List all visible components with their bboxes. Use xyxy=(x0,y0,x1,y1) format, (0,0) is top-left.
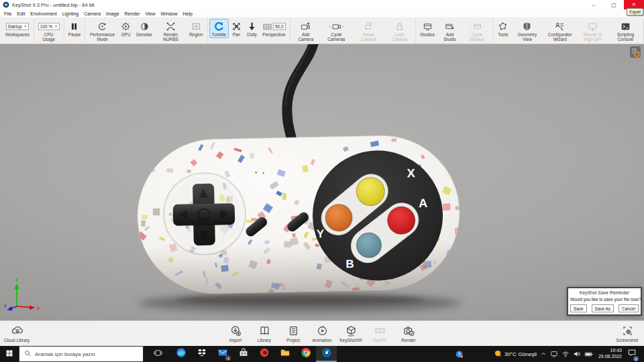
dolly-icon xyxy=(247,21,257,32)
realtime-viewport[interactable]: X A Y B xyxy=(0,44,644,320)
dock-label: Project xyxy=(286,338,300,343)
dock-render[interactable]: Render xyxy=(394,325,423,343)
taskbar-app-edge[interactable] xyxy=(170,346,191,362)
toolbar-dolly[interactable]: Dolly xyxy=(244,19,260,38)
letter-y: Y xyxy=(317,227,325,240)
taskbar-app-office[interactable] xyxy=(254,346,274,362)
toolbar-configurator-wizard[interactable]: Configurator Wizard xyxy=(543,19,576,44)
toolbar-geometry-view[interactable]: Geometry View xyxy=(511,19,543,44)
help-tray-icon[interactable]: ? xyxy=(455,350,464,359)
dock-label: Library xyxy=(258,338,271,343)
cancel-button[interactable]: Cancel xyxy=(619,304,639,312)
maximize-button[interactable]: ▢ xyxy=(604,0,624,9)
notification-badge: 6 xyxy=(633,356,639,361)
dock-keyshotxr[interactable]: KeyShotXR xyxy=(337,325,365,343)
game-controller: X A Y B xyxy=(135,134,463,299)
menu-view[interactable]: View xyxy=(143,11,158,17)
toolbar-region[interactable]: Region xyxy=(186,19,206,38)
toolbar-perspective[interactable]: 50,0Perspective xyxy=(260,19,288,38)
tablet-tray-icon[interactable] xyxy=(550,350,558,358)
studios-icon xyxy=(423,21,433,32)
menu-environment[interactable]: Environment xyxy=(28,11,59,17)
notification-center-button[interactable]: 6 xyxy=(627,348,637,360)
dock-screenshot[interactable]: Screenshot xyxy=(613,325,641,343)
toolbar-add-studio[interactable]: Add Studio xyxy=(437,19,462,44)
chevron-up-icon[interactable] xyxy=(540,351,547,357)
menu-image[interactable]: Image xyxy=(103,11,121,17)
app-badge: 4 xyxy=(225,355,231,361)
toolbar-cycle-cameras[interactable]: ‹›Cycle Cameras xyxy=(320,19,353,44)
battery-icon[interactable] xyxy=(584,350,593,359)
maximize-icon: ▢ xyxy=(611,2,616,8)
dock-label: Screenshot xyxy=(616,338,639,343)
taskbar-app-chrome[interactable] xyxy=(295,346,316,362)
system-tray: ? 30°C Güneşli 19:43 29.08.2022 6 xyxy=(455,348,644,360)
explorer-icon xyxy=(280,347,290,361)
toolbar-label: Tools xyxy=(498,32,508,37)
toolbar-render-nurbs[interactable]: Render NURBS xyxy=(155,19,186,44)
windows-taskbar: Aramak için buraya yazın 4 ? 30°C Güneşl… xyxy=(0,346,644,362)
menu-render[interactable]: Render xyxy=(122,11,143,17)
toolbar-label: Render in High DPI xyxy=(579,32,606,42)
toolbar-tools[interactable]: Tools xyxy=(495,19,511,38)
dock-project[interactable]: Project xyxy=(279,325,307,343)
project-icon xyxy=(288,325,299,337)
taskbar-app-explorer[interactable] xyxy=(274,346,295,362)
toolbar-workspaces[interactable]: Startup▼Workspaces xyxy=(3,19,32,38)
weather-condition: Güneşli xyxy=(519,351,537,357)
toolbar-gpu[interactable]: GPU xyxy=(118,19,133,38)
dock-label: Animation xyxy=(313,338,332,343)
menu-file[interactable]: File xyxy=(1,11,14,17)
toolbar-pause[interactable]: Pause xyxy=(66,19,83,38)
import-icon xyxy=(230,325,241,337)
taskbar-app-store[interactable] xyxy=(233,346,254,362)
toolbar-add-camera[interactable]: Add Camera xyxy=(292,19,320,44)
taskbar-app-keyshot[interactable] xyxy=(316,346,337,362)
toolbar-lock-camera: Lock Camera xyxy=(384,19,414,44)
toolbar-scripting-console[interactable]: Scripting Console xyxy=(609,19,642,44)
toolbar-pan[interactable]: Pan xyxy=(229,19,244,38)
menu-help[interactable]: Help xyxy=(180,11,195,17)
toolbar-cpu-usage[interactable]: 100 %▼CPU Usage xyxy=(36,19,62,44)
taskbar-clock[interactable]: 19:43 29.08.2022 xyxy=(598,348,622,360)
dock-cloud-library[interactable]: Cloud Library xyxy=(3,325,31,343)
denoise-icon xyxy=(140,21,150,32)
task-view-button[interactable] xyxy=(149,346,166,362)
volume-icon[interactable] xyxy=(573,350,581,358)
dock-library[interactable]: Library xyxy=(250,325,278,343)
taskbar-app-dropbox[interactable] xyxy=(191,346,212,362)
toolbar-performance-mode[interactable]: Performance Mode xyxy=(87,19,118,44)
toolbar-studios[interactable]: Studios xyxy=(417,19,437,38)
axis-z-label: z xyxy=(4,303,7,308)
button-x xyxy=(356,177,385,206)
controller-cable xyxy=(287,44,314,145)
dock-animation[interactable]: Animation xyxy=(308,325,336,343)
taskbar-search-input[interactable]: Aramak için buraya yazın xyxy=(19,346,144,362)
toolbar-tumble[interactable]: Tumble xyxy=(209,19,229,38)
save-as-button[interactable]: Save As xyxy=(592,304,614,312)
minimize-button[interactable]: – xyxy=(584,0,604,9)
library-side-handle[interactable] xyxy=(629,46,641,59)
menu-lighting[interactable]: Lighting xyxy=(60,11,82,17)
cloud-library-icon xyxy=(11,325,23,337)
save-button[interactable]: Save xyxy=(570,304,587,312)
taskbar-app-mail[interactable]: 4 xyxy=(212,346,233,362)
weather-widget[interactable]: 30°C Güneşli xyxy=(494,349,537,359)
toolbar-label: GPU xyxy=(121,32,131,37)
toolbar-label: Configurator Wizard xyxy=(546,32,574,42)
toolbar-reset-camera: Reset Camera xyxy=(353,19,384,44)
letter-x: X xyxy=(407,166,415,180)
toolbar-denoise[interactable]: Denoise xyxy=(133,19,155,38)
menu-window[interactable]: Window xyxy=(158,11,180,17)
store-icon xyxy=(238,347,249,361)
pause-icon xyxy=(69,21,79,32)
toolbar-label: Denoise xyxy=(136,32,152,37)
menu-camera[interactable]: Camera xyxy=(81,11,103,17)
toolbar-label: Perspective xyxy=(262,32,285,37)
tools-icon xyxy=(498,21,508,32)
menu-edit[interactable]: Edit xyxy=(14,11,28,17)
dock-import[interactable]: Import xyxy=(221,325,250,343)
edge-icon xyxy=(176,347,186,361)
start-button[interactable] xyxy=(0,346,19,362)
wifi-icon[interactable] xyxy=(561,350,570,358)
